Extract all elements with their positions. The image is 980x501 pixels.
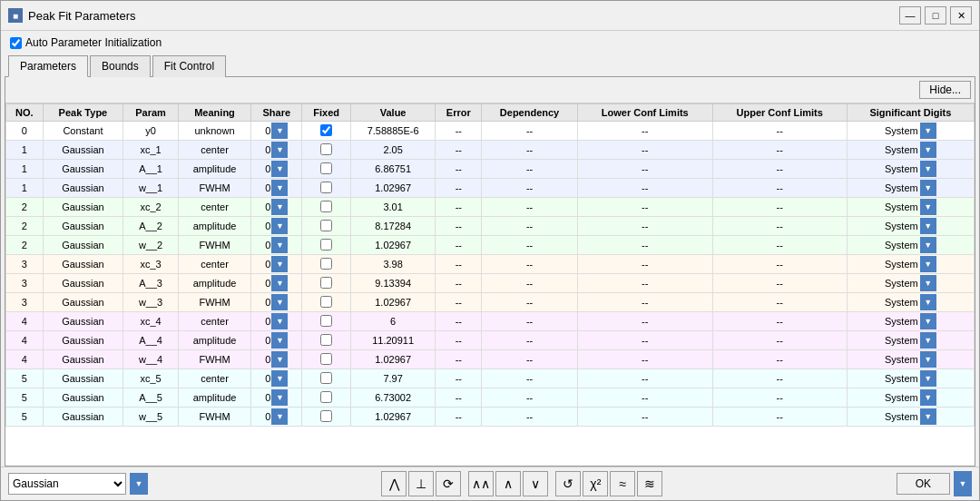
cell-value[interactable]: 2.05: [350, 141, 435, 160]
cell-value[interactable]: 6: [350, 312, 435, 331]
share-dropdown[interactable]: ▼: [271, 161, 288, 177]
share-dropdown[interactable]: ▼: [271, 389, 288, 406]
sigdig-dropdown[interactable]: ▼: [920, 408, 936, 425]
cell-value[interactable]: 7.97: [350, 369, 435, 388]
share-dropdown[interactable]: ▼: [271, 275, 288, 291]
fixed-checkbox[interactable]: [320, 391, 332, 403]
tool-baseline-button[interactable]: ⊥: [408, 471, 434, 496]
sigdig-dropdown[interactable]: ▼: [920, 142, 936, 158]
fixed-checkbox[interactable]: [320, 162, 332, 174]
table-row: 4Gaussianw__4FWHM0▼1.02967--------System…: [6, 350, 975, 369]
share-dropdown[interactable]: ▼: [271, 256, 288, 272]
fixed-checkbox[interactable]: [320, 353, 332, 365]
tool-peak-button[interactable]: ⋀: [381, 471, 407, 496]
sigdig-dropdown[interactable]: ▼: [920, 123, 936, 139]
fixed-checkbox[interactable]: [320, 239, 332, 250]
cell-value[interactable]: 9.13394: [350, 274, 435, 293]
cell-value[interactable]: 1.02967: [350, 408, 435, 427]
share-dropdown[interactable]: ▼: [271, 142, 288, 158]
share-dropdown[interactable]: ▼: [271, 313, 288, 329]
fixed-checkbox[interactable]: [320, 258, 332, 270]
cell-value[interactable]: 3.98: [350, 255, 435, 274]
tool-chi-squared-button[interactable]: χ²: [583, 471, 608, 496]
share-dropdown[interactable]: ▼: [271, 237, 288, 253]
fixed-checkbox[interactable]: [320, 201, 332, 212]
fixed-checkbox[interactable]: [320, 182, 332, 193]
sigdig-dropdown[interactable]: ▼: [920, 313, 936, 329]
sigdig-dropdown[interactable]: ▼: [920, 294, 936, 310]
fixed-checkbox[interactable]: [320, 334, 332, 346]
expand-button[interactable]: ▼: [954, 471, 972, 496]
tool-reset-button[interactable]: ⟳: [436, 471, 461, 496]
cell-fixed: [302, 160, 351, 179]
tab-fit-control[interactable]: Fit Control: [152, 55, 226, 77]
share-dropdown[interactable]: ▼: [271, 199, 288, 215]
share-dropdown[interactable]: ▼: [271, 180, 288, 196]
peak-type-dropdown-button[interactable]: ▼: [130, 473, 148, 495]
tool-fit-down-button[interactable]: ∨: [523, 471, 548, 496]
tool-undo-button[interactable]: ↺: [555, 471, 581, 496]
cell-value[interactable]: 1.02967: [350, 350, 435, 369]
close-button[interactable]: ✕: [950, 6, 972, 25]
table-row: 3Gaussianw__3FWHM0▼1.02967--------System…: [6, 293, 975, 312]
cell-value[interactable]: 1.02967: [350, 236, 435, 255]
tool-approx-button[interactable]: ≈: [610, 471, 635, 496]
cell-share: 0▼: [251, 255, 302, 274]
fixed-checkbox[interactable]: [320, 315, 332, 327]
sigdig-dropdown[interactable]: ▼: [920, 370, 936, 387]
sigdig-dropdown[interactable]: ▼: [920, 161, 936, 177]
cell-value[interactable]: 6.86751: [350, 160, 435, 179]
col-lower-conf: Lower Conf Limits: [577, 104, 712, 122]
cell-sigdig: System▼: [847, 293, 974, 312]
cell-meaning: FWHM: [178, 408, 250, 427]
fixed-checkbox[interactable]: [320, 372, 332, 384]
auto-param-checkbox[interactable]: [10, 37, 22, 49]
col-sigdig: Significant Digits: [847, 104, 974, 122]
fixed-checkbox[interactable]: [320, 124, 332, 136]
cell-lower-conf: --: [577, 293, 712, 312]
sigdig-dropdown[interactable]: ▼: [920, 237, 936, 253]
share-dropdown[interactable]: ▼: [271, 123, 288, 139]
fixed-checkbox[interactable]: [320, 143, 332, 155]
fixed-checkbox[interactable]: [320, 277, 332, 289]
sigdig-dropdown[interactable]: ▼: [920, 332, 936, 349]
share-dropdown[interactable]: ▼: [271, 332, 288, 349]
hide-button[interactable]: Hide...: [919, 81, 971, 99]
share-dropdown[interactable]: ▼: [271, 351, 288, 368]
ok-button[interactable]: OK: [897, 473, 950, 495]
parameters-table-container[interactable]: NO. Peak Type Param Meaning Share Fixed …: [5, 103, 975, 466]
sigdig-dropdown[interactable]: ▼: [920, 256, 936, 272]
share-dropdown[interactable]: ▼: [271, 218, 288, 234]
share-dropdown[interactable]: ▼: [271, 408, 288, 425]
auto-param-label[interactable]: Auto Parameter Initialization: [10, 36, 162, 49]
sigdig-dropdown[interactable]: ▼: [920, 218, 936, 234]
sigdig-dropdown[interactable]: ▼: [920, 180, 936, 196]
minimize-button[interactable]: —: [899, 6, 921, 25]
cell-fixed: [302, 198, 351, 217]
peak-type-select[interactable]: Gaussian Lorentz Voigt Pseudo-Voigt: [8, 473, 126, 495]
tab-parameters[interactable]: Parameters: [8, 55, 88, 77]
maximize-button[interactable]: □: [925, 6, 946, 25]
fixed-checkbox[interactable]: [320, 410, 332, 422]
sigdig-dropdown[interactable]: ▼: [920, 351, 936, 368]
cell-value[interactable]: 8.17284: [350, 217, 435, 236]
share-dropdown[interactable]: ▼: [271, 370, 288, 387]
cell-value[interactable]: 7.58885E-6: [350, 122, 435, 141]
fixed-checkbox[interactable]: [320, 296, 332, 308]
tool-approx2-button[interactable]: ≋: [637, 471, 662, 496]
sigdig-dropdown[interactable]: ▼: [920, 389, 936, 406]
tab-bounds[interactable]: Bounds: [90, 55, 151, 77]
fixed-checkbox[interactable]: [320, 220, 332, 231]
sigdig-dropdown[interactable]: ▼: [920, 199, 936, 215]
cell-value[interactable]: 6.73002: [350, 388, 435, 408]
cell-value[interactable]: 3.01: [350, 198, 435, 217]
sigdig-dropdown[interactable]: ▼: [920, 275, 936, 291]
cell-upper-conf: --: [712, 388, 847, 408]
tool-fit-up-button[interactable]: ∧: [495, 471, 521, 496]
cell-value[interactable]: 1.02967: [350, 293, 435, 312]
table-row: 4GaussianA__4amplitude0▼11.20911--------…: [6, 331, 975, 350]
cell-value[interactable]: 11.20911: [350, 331, 435, 350]
share-dropdown[interactable]: ▼: [271, 294, 288, 310]
tool-fit-all-button[interactable]: ∧∧: [468, 471, 494, 496]
cell-value[interactable]: 1.02967: [350, 179, 435, 198]
